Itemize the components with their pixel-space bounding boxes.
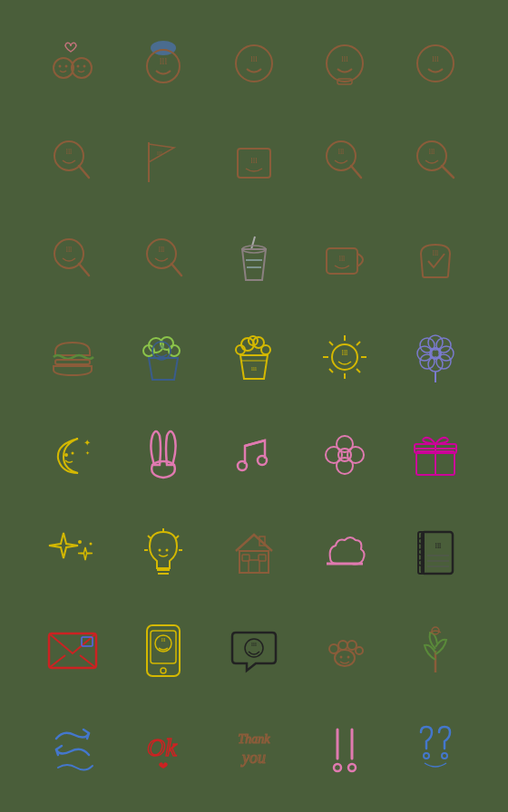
cell-smiley-2[interactable]: lll: [209, 14, 299, 112]
cell-smiley-4[interactable]: lll: [390, 14, 481, 112]
svg-text:lll: lll: [250, 54, 258, 63]
cell-wave-arrows[interactable]: [27, 700, 118, 798]
svg-point-82: [258, 456, 267, 465]
svg-text:✦: ✦: [85, 450, 90, 456]
svg-point-101: [159, 549, 161, 552]
cell-sparkle[interactable]: [27, 504, 118, 602]
svg-text:lll: lll: [159, 246, 165, 254]
cell-box-smiley[interactable]: lll: [209, 112, 299, 210]
svg-text:lll: lll: [433, 249, 439, 257]
svg-line-80: [245, 440, 265, 446]
svg-point-2: [59, 64, 62, 67]
cell-magnify-4[interactable]: lll: [27, 210, 118, 308]
cell-heart-face[interactable]: [27, 14, 118, 112]
svg-point-102: [166, 549, 169, 552]
cell-magnify-1[interactable]: lll: [27, 112, 118, 210]
svg-point-3: [65, 64, 68, 67]
svg-point-133: [356, 647, 363, 654]
cell-house[interactable]: [209, 504, 299, 602]
svg-line-119: [49, 655, 65, 668]
svg-point-130: [329, 644, 338, 653]
svg-point-79: [72, 452, 74, 455]
svg-point-87: [338, 449, 351, 461]
svg-point-86: [347, 447, 364, 463]
svg-point-1: [72, 58, 92, 78]
svg-text:✦: ✦: [83, 438, 91, 448]
svg-text:lll: lll: [66, 246, 73, 254]
emoji-sticker-grid: lll lll lll: [20, 7, 488, 805]
svg-point-132: [347, 641, 357, 650]
cell-magnify-2[interactable]: lll: [299, 112, 390, 210]
svg-text:lll: lll: [161, 637, 165, 643]
cell-plant-hand[interactable]: [390, 602, 481, 700]
svg-line-24: [351, 166, 361, 178]
cell-ok-text[interactable]: Ok: [118, 700, 209, 798]
svg-line-63: [329, 369, 333, 372]
cell-mug-smiley[interactable]: lll: [299, 210, 390, 308]
svg-line-33: [171, 264, 181, 276]
cell-smiley-1[interactable]: lll: [118, 14, 209, 112]
svg-point-70: [420, 338, 435, 353]
svg-point-14: [417, 45, 454, 82]
svg-rect-104: [249, 560, 259, 573]
cell-speech-bubble[interactable]: lll: [209, 602, 299, 700]
cell-bunny-ears[interactable]: [118, 406, 209, 504]
cell-thank-you[interactable]: Thank you: [209, 700, 299, 798]
svg-point-143: [348, 764, 356, 771]
cell-moon-face[interactable]: ✦ ✦: [27, 406, 118, 504]
svg-point-92: [78, 540, 82, 544]
svg-point-85: [326, 447, 342, 463]
svg-rect-109: [422, 532, 453, 574]
svg-text:lll: lll: [251, 365, 257, 372]
svg-point-78: [64, 453, 68, 457]
svg-line-35: [251, 237, 255, 249]
svg-line-17: [79, 166, 89, 178]
cell-phone-smiley[interactable]: lll: [118, 602, 209, 700]
cell-flag-smiley[interactable]: lll: [118, 112, 209, 210]
svg-line-98: [176, 536, 179, 538]
cell-bread-smiley[interactable]: lll: [390, 210, 481, 308]
svg-point-93: [90, 543, 93, 546]
svg-text:lll: lll: [250, 156, 258, 165]
svg-text:Ok: Ok: [147, 733, 177, 761]
svg-point-5: [83, 64, 86, 67]
cell-magnify-5[interactable]: lll: [118, 210, 209, 308]
cell-gift-box[interactable]: [390, 406, 481, 504]
svg-point-135: [347, 656, 350, 659]
svg-text:lll: lll: [160, 56, 168, 66]
svg-point-9: [236, 45, 272, 82]
cell-popcorn-smiley[interactable]: lll: [118, 308, 209, 406]
cell-magnify-3[interactable]: lll: [390, 112, 481, 210]
cell-flower-blue[interactable]: [390, 308, 481, 406]
svg-text:lll: lll: [157, 150, 162, 157]
cell-drink-cup[interactable]: [209, 210, 299, 308]
svg-text:lll: lll: [338, 148, 345, 156]
cell-envelope[interactable]: [27, 602, 118, 700]
svg-point-52: [261, 345, 270, 354]
svg-point-131: [338, 641, 347, 650]
svg-text:lll: lll: [429, 148, 435, 156]
cell-notebook[interactable]: lll: [390, 504, 481, 602]
svg-text:lll: lll: [342, 349, 348, 357]
cell-question-mark[interactable]: [390, 700, 481, 798]
svg-line-62: [357, 342, 360, 345]
svg-point-126: [161, 668, 166, 673]
svg-line-97: [148, 536, 151, 538]
svg-point-72: [420, 354, 435, 369]
cell-hat-cloud[interactable]: [299, 504, 390, 602]
svg-point-4: [77, 64, 80, 67]
cell-smiley-3[interactable]: lll: [299, 14, 390, 112]
svg-line-60: [329, 342, 333, 345]
cell-burger[interactable]: [27, 308, 118, 406]
svg-text:lll: lll: [435, 542, 442, 550]
svg-rect-42: [55, 360, 90, 364]
cell-paw-prints[interactable]: [299, 602, 390, 700]
cell-exclamation[interactable]: [299, 700, 390, 798]
cell-popcorn-yellow[interactable]: lll: [209, 308, 299, 406]
svg-line-27: [442, 166, 454, 178]
cell-flower-pink[interactable]: [299, 406, 390, 504]
svg-text:lll: lll: [159, 343, 164, 351]
cell-lightbulb[interactable]: [118, 504, 209, 602]
cell-music-note[interactable]: [209, 406, 299, 504]
cell-sun-smiley[interactable]: lll: [299, 308, 390, 406]
